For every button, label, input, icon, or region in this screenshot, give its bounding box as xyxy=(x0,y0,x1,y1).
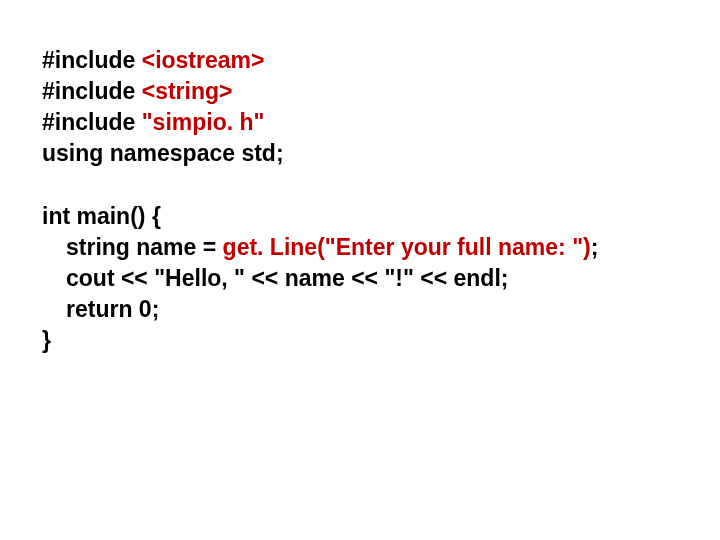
code-line-7: cout << "Hello, " << name << "!" << endl… xyxy=(42,263,680,294)
code-slide: #include <iostream> #include <string> #i… xyxy=(0,0,720,396)
include-keyword: #include xyxy=(42,109,142,135)
code-line-5: int main() { xyxy=(42,201,680,232)
include-header-string: <string> xyxy=(142,78,233,104)
code-line-2: #include <string> xyxy=(42,76,680,107)
code-line-6: string name = get. Line("Enter your full… xyxy=(42,232,680,263)
blank-line xyxy=(42,169,680,201)
include-header-iostream: <iostream> xyxy=(142,47,265,73)
code-line-1: #include <iostream> xyxy=(42,45,680,76)
code-text: string name = xyxy=(66,234,223,260)
include-header-simpio: "simpio. h" xyxy=(142,109,265,135)
include-keyword: #include xyxy=(42,78,142,104)
code-line-8: return 0; xyxy=(42,294,680,325)
code-line-3: #include "simpio. h" xyxy=(42,107,680,138)
code-line-4: using namespace std; xyxy=(42,138,680,169)
code-line-9: } xyxy=(42,325,680,356)
code-text: ; xyxy=(591,234,599,260)
include-keyword: #include xyxy=(42,47,142,73)
getline-call: get. Line("Enter your full name: ") xyxy=(223,234,591,260)
